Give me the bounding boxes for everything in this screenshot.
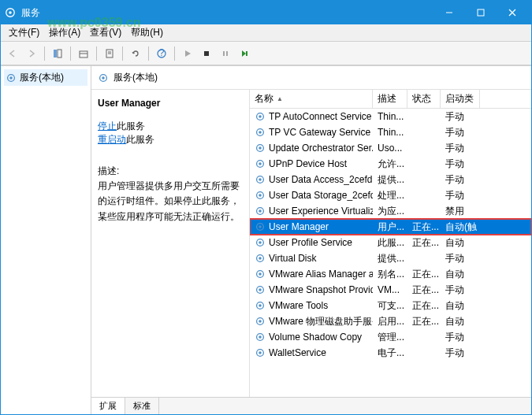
- service-row[interactable]: Volume Shadow Copy管理...手动: [250, 329, 531, 345]
- start-service-button[interactable]: [179, 45, 196, 62]
- minimize-button[interactable]: [433, 1, 465, 24]
- cell-name: VMware Snapshot Provid...: [250, 284, 373, 295]
- close-button[interactable]: [497, 1, 528, 24]
- menu-help[interactable]: 帮助(H): [126, 24, 168, 41]
- stop-link[interactable]: 停止: [98, 120, 117, 132]
- service-row[interactable]: VMware Snapshot Provid...VM...正在...手动: [250, 282, 531, 298]
- column-status[interactable]: 状态: [407, 90, 441, 108]
- cell-name: User Profile Service: [250, 237, 373, 248]
- gear-icon: [255, 347, 266, 358]
- forward-button[interactable]: [23, 45, 40, 62]
- svg-rect-16: [223, 51, 225, 56]
- service-row[interactable]: TP AutoConnect ServiceThin...手动: [250, 109, 531, 124]
- show-hide-tree-button[interactable]: [49, 45, 66, 62]
- cell-desc: 别名...: [373, 268, 407, 281]
- gear-icon: [255, 158, 266, 169]
- menu-file[interactable]: 文件(F): [4, 24, 44, 41]
- titlebar[interactable]: 服务: [1, 1, 531, 24]
- service-row[interactable]: User Data Access_2cefd提供...手动: [250, 172, 531, 187]
- list-pane: 名称▲ 描述 状态 启动类 TP AutoConnect ServiceThin…: [249, 90, 531, 397]
- cell-desc: 启用...: [373, 315, 407, 328]
- list-body[interactable]: TP AutoConnect ServiceThin...手动TP VC Gat…: [250, 109, 531, 397]
- app-icon: [4, 6, 17, 19]
- cell-startup: 手动: [441, 110, 480, 124]
- svg-point-38: [259, 225, 262, 228]
- properties-button[interactable]: [101, 45, 118, 62]
- svg-point-44: [259, 272, 262, 276]
- cell-startup: 手动: [441, 252, 480, 265]
- service-row[interactable]: User Manager用户...正在...自动(触: [250, 219, 531, 235]
- gear-icon: [255, 206, 266, 217]
- tree-root-item[interactable]: 服务(本地): [4, 69, 87, 86]
- cell-status: 正在...: [407, 315, 441, 328]
- service-row[interactable]: VMware Tools可支...正在...自动: [250, 298, 531, 313]
- toolbar: ?: [1, 42, 531, 65]
- restart-suffix: 此服务: [126, 134, 154, 145]
- service-row[interactable]: User Experience Virtualiz...为应...禁用: [250, 203, 531, 219]
- svg-rect-8: [80, 51, 87, 57]
- maximize-button[interactable]: [465, 1, 497, 24]
- service-row[interactable]: User Data Storage_2cefd处理...手动: [250, 187, 531, 203]
- service-row[interactable]: Update Orchestrator Ser...Uso...手动: [250, 140, 531, 156]
- service-row[interactable]: User Profile Service此服...正在...自动: [250, 235, 531, 250]
- cell-startup: 手动: [441, 189, 480, 202]
- cell-name: User Manager: [250, 221, 373, 232]
- service-row[interactable]: VMware Alias Manager a...别名...正在...自动: [250, 266, 531, 282]
- gear-icon: [255, 190, 266, 201]
- cell-startup: 禁用: [441, 205, 480, 218]
- service-row[interactable]: WalletService电子...手动: [250, 345, 531, 361]
- separator: [122, 46, 123, 61]
- gear-icon: [255, 127, 266, 138]
- svg-point-50: [259, 320, 262, 323]
- export-list-button[interactable]: [75, 45, 92, 62]
- cell-desc: Thin...: [373, 127, 407, 138]
- restart-link[interactable]: 重启动: [98, 134, 126, 145]
- menu-view[interactable]: 查看(V): [85, 24, 126, 41]
- help-button[interactable]: ?: [153, 45, 170, 62]
- right-area: 服务(本地) User Manager 停止此服务 重启动此服务 描述: 用户管…: [91, 66, 531, 414]
- svg-point-36: [259, 209, 262, 213]
- menu-action[interactable]: 操作(A): [44, 24, 85, 41]
- separator: [70, 46, 71, 61]
- tabs-bottom: 扩展 标准: [91, 397, 531, 414]
- svg-point-24: [259, 115, 262, 118]
- column-startup[interactable]: 启动类: [441, 90, 480, 108]
- tab-extended[interactable]: 扩展: [91, 398, 125, 414]
- service-row[interactable]: Virtual Disk提供...手动: [250, 250, 531, 266]
- column-desc[interactable]: 描述: [373, 90, 407, 108]
- tab-standard[interactable]: 标准: [125, 398, 159, 414]
- column-name[interactable]: 名称▲: [250, 90, 373, 108]
- cell-name: User Experience Virtualiz...: [250, 206, 373, 217]
- svg-point-28: [259, 146, 262, 150]
- cell-desc: 为应...: [373, 205, 407, 218]
- sort-asc-icon: ▲: [277, 95, 283, 102]
- cell-name: VMware Tools: [250, 300, 373, 311]
- cell-desc: 用户...: [373, 220, 407, 234]
- service-row[interactable]: TP VC Gateway ServiceThin...手动: [250, 124, 531, 140]
- cell-status: 正在...: [407, 268, 441, 281]
- service-row[interactable]: UPnP Device Host允许...手动: [250, 156, 531, 172]
- refresh-button[interactable]: [127, 45, 144, 62]
- svg-point-34: [259, 194, 262, 197]
- svg-text:?: ?: [159, 48, 165, 58]
- gear-icon: [255, 221, 266, 232]
- column-header: 名称▲ 描述 状态 启动类: [250, 90, 531, 109]
- cell-desc: 电子...: [373, 346, 407, 360]
- restart-service-button[interactable]: [236, 45, 253, 62]
- cell-desc: VM...: [373, 284, 407, 295]
- gear-icon: [255, 300, 266, 311]
- gear-icon: [255, 237, 266, 248]
- right-header-title: 服务(本地): [113, 71, 158, 84]
- cell-status: 正在...: [407, 283, 441, 297]
- tree-root-label: 服务(本地): [20, 71, 64, 84]
- cell-startup: 手动: [441, 346, 480, 360]
- cell-startup: 自动(触: [441, 220, 480, 234]
- svg-point-32: [259, 178, 262, 181]
- cell-name: User Data Storage_2cefd: [250, 190, 373, 201]
- pause-service-button[interactable]: [217, 45, 234, 62]
- svg-point-22: [102, 76, 105, 80]
- stop-service-button[interactable]: [198, 45, 215, 62]
- back-button[interactable]: [4, 45, 21, 62]
- cell-startup: 手动: [441, 157, 480, 171]
- service-row[interactable]: VMware 物理磁盘助手服务启用...正在...自动: [250, 313, 531, 329]
